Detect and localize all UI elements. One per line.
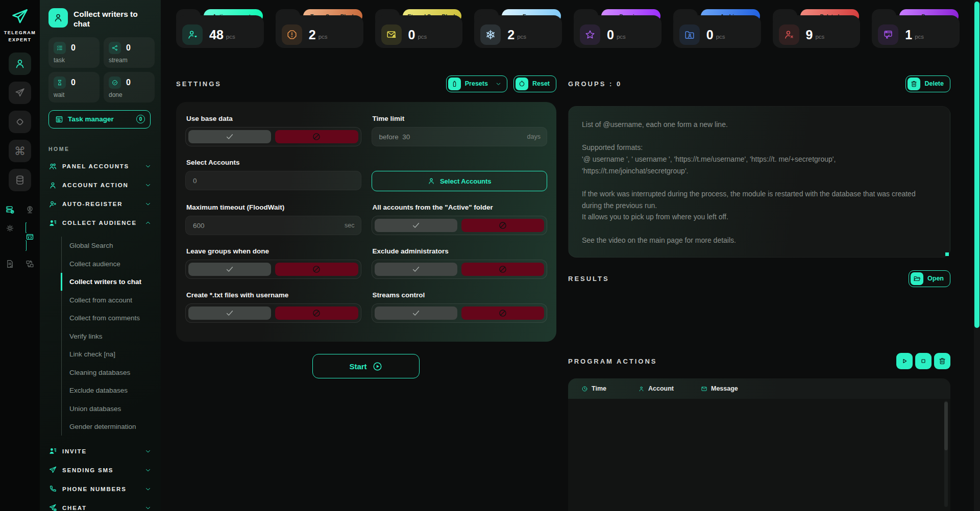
table-scrollbar-thumb[interactable] xyxy=(944,402,948,450)
submenu-item-link-check[interactable]: Link check [na] xyxy=(61,345,161,364)
table-scrollbar-track[interactable] xyxy=(944,401,948,507)
play-icon xyxy=(900,357,909,365)
submenu-item-union-databases[interactable]: Union databases xyxy=(61,399,161,418)
stat-unit: pcs xyxy=(915,34,924,40)
window-scrollbar-thumb[interactable] xyxy=(974,2,979,328)
clear-log-button[interactable] xyxy=(934,353,950,369)
start-button[interactable]: Start xyxy=(312,354,420,378)
rail-command-button[interactable]: ⌘ xyxy=(9,140,31,162)
field-max-timeout: Maximum timeout (FloodWait) sec xyxy=(185,203,361,235)
groups-textarea-wrap xyxy=(568,106,950,258)
toggle-yes-option[interactable] xyxy=(188,263,271,276)
program-actions-title: PROGRAM ACTIONS xyxy=(568,357,657,365)
chevron-down-icon xyxy=(144,467,152,474)
server-check-icon[interactable] xyxy=(5,205,15,215)
sidebar-section-cheat[interactable]: CHEAT xyxy=(40,498,161,511)
counter-value: 0 xyxy=(126,78,131,87)
prohibited-icon xyxy=(498,308,508,318)
stat-unit: pcs xyxy=(815,34,824,40)
presets-button[interactable]: Presets xyxy=(446,75,507,92)
chevron-down-icon xyxy=(144,486,152,493)
delete-groups-button[interactable]: Delete xyxy=(905,75,950,92)
task-list-icon xyxy=(54,42,66,54)
toggle-yes-option[interactable] xyxy=(375,306,457,320)
submenu-item-collect-from-comments[interactable]: Collect from comments xyxy=(61,309,161,327)
section-label: COLLECT AUDIENCE xyxy=(62,220,139,226)
submenu-item-collect-audience[interactable]: Collect audience xyxy=(61,254,161,273)
toggle-yes-option[interactable] xyxy=(188,306,271,320)
submenu-item-collect-from-account[interactable]: Collect from account xyxy=(61,291,161,309)
page-title: Collect writers to chat xyxy=(74,8,154,29)
open-results-button[interactable]: Open xyxy=(909,270,950,287)
person-list-icon xyxy=(48,447,57,455)
rail-accounts-button[interactable] xyxy=(9,53,31,75)
field-txt-files: Create *.txt files with username xyxy=(185,291,361,323)
max-timeout-input[interactable] xyxy=(185,216,361,235)
time-limit-input[interactable] xyxy=(372,127,548,146)
battery-icon xyxy=(448,78,461,90)
sidebar-section-panel-accounts[interactable]: PANEL ACCOUNTS xyxy=(40,157,161,176)
start-button-label: Start xyxy=(349,362,366,371)
toggle-yes-option[interactable] xyxy=(375,219,457,232)
section-label: SENDING SMS xyxy=(62,467,139,473)
sidebar-section-phone-numbers[interactable]: PHONE NUMBERS xyxy=(40,479,161,498)
delete-groups-label: Delete xyxy=(924,80,948,87)
submenu-item-collect-writers-to-chat[interactable]: Collect writers to chat xyxy=(61,273,161,291)
gear-icon[interactable] xyxy=(5,223,15,250)
field-exclude-admins: Exclude administrators xyxy=(372,247,548,279)
submenu-item-global-search[interactable]: Global Search xyxy=(61,237,161,255)
toggle-yes-option[interactable] xyxy=(375,263,457,276)
sidebar-section-invite[interactable]: INVITE xyxy=(40,442,161,461)
toggle-no-option[interactable] xyxy=(275,263,358,276)
stat-card-deleted: Deleted 9 pcs xyxy=(773,9,861,48)
sidebar-section-collect-audience[interactable]: COLLECT AUDIENCE xyxy=(40,214,161,233)
submenu-item-verify-links[interactable]: Verify links xyxy=(61,327,161,345)
plane-plus-icon xyxy=(48,503,57,511)
toggle-no-option[interactable] xyxy=(275,130,358,143)
field-label: Create *.txt files with username xyxy=(186,291,361,299)
reset-button[interactable]: Reset xyxy=(513,75,556,92)
webcam-person-icon[interactable] xyxy=(25,205,35,215)
counter-value: 0 xyxy=(71,43,76,53)
sidebar-section-account-action[interactable]: ACCOUNT ACTION xyxy=(40,176,161,195)
database-icon xyxy=(14,174,26,186)
sidebar-section-sending-sms[interactable]: SENDING SMS xyxy=(40,461,161,479)
rail-database-button[interactable] xyxy=(9,169,31,191)
settings-panel: Use base data Time limit days Select Acc… xyxy=(176,102,556,342)
code-window-icon[interactable] xyxy=(26,223,34,250)
sidebar-section-auto-register[interactable]: AUTO-REGISTER xyxy=(40,195,161,214)
person-list-icon xyxy=(48,219,57,227)
submenu-item-cleaning-databases[interactable]: Cleaning databases xyxy=(61,363,161,381)
counter-value: 0 xyxy=(126,43,131,53)
stat-unit: pcs xyxy=(517,34,526,40)
counter-label: done xyxy=(109,91,150,98)
diamond-icon xyxy=(14,116,26,127)
field-label: Leave groups when done xyxy=(186,247,361,255)
rail-premium-button[interactable] xyxy=(9,111,31,133)
sidebar-header: Collect writers to chat xyxy=(40,0,161,32)
toggle-no-option[interactable] xyxy=(461,306,544,320)
window-scrollbar-track[interactable] xyxy=(974,0,980,511)
toggle-no-option[interactable] xyxy=(461,219,544,232)
select-accounts-button[interactable]: Select Accounts xyxy=(372,171,548,191)
task-manager-button[interactable]: Task manager 0 xyxy=(48,110,151,129)
submenu-item-exclude-databases[interactable]: Exclude databases xyxy=(61,381,161,400)
swap-boxes-icon[interactable] xyxy=(25,259,35,269)
rail-sender-button[interactable] xyxy=(9,82,31,104)
field-leave-groups: Leave groups when done xyxy=(185,247,361,279)
groups-list-textarea[interactable] xyxy=(568,106,950,258)
document-check-icon[interactable] xyxy=(5,259,15,269)
field-active-folder: All accounts from the "Active" folder xyxy=(372,203,548,235)
submenu-item-gender-determination[interactable]: Gender determination xyxy=(61,418,161,436)
section-label: PANEL ACCOUNTS xyxy=(62,163,139,169)
accounts-count-input[interactable] xyxy=(185,171,361,190)
toggle-no-option[interactable] xyxy=(461,263,544,276)
play-log-button[interactable] xyxy=(896,353,913,369)
column-label: Time xyxy=(592,385,606,392)
field-label: Use base data xyxy=(186,115,361,122)
prohibited-icon xyxy=(311,264,322,274)
toggle-no-option[interactable] xyxy=(275,306,358,320)
toggle-yes-option[interactable] xyxy=(188,130,271,143)
stop-log-button[interactable] xyxy=(915,353,932,369)
star-icon xyxy=(580,24,600,45)
